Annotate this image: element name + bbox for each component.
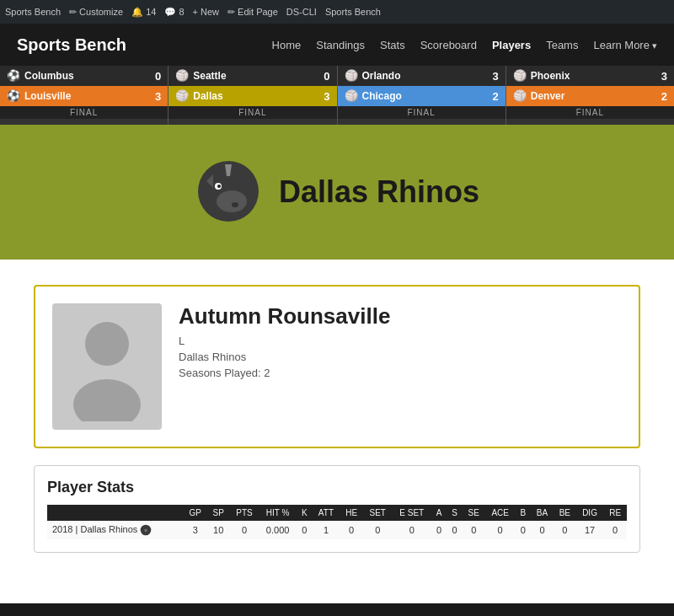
game-2-home-name: Dallas	[193, 90, 314, 102]
nav-scoreboard[interactable]: Scoreboard	[420, 39, 477, 51]
game-4-away-name: Phoenix	[531, 70, 652, 82]
stats-col-se: SE	[463, 505, 485, 521]
stats-col-re: RE	[603, 505, 627, 521]
stats-val-eset: 0	[393, 521, 431, 539]
stats-val-sp: 10	[207, 521, 230, 539]
player-card: Autumn Rounsaville L Dallas Rhinos Seaso…	[34, 285, 640, 448]
admin-ds-cli[interactable]: DS-CLI	[286, 7, 317, 17]
game-4-home-name: Denver	[531, 90, 652, 102]
denver-icon: 🏐	[513, 89, 527, 103]
game-2-away-name: Seattle	[193, 70, 314, 82]
admin-edit-page[interactable]: ✏ Edit Page	[227, 7, 278, 18]
stats-col-a: A	[431, 505, 447, 521]
nav-teams[interactable]: Teams	[546, 39, 578, 51]
game-4: 🏐 Phoenix 3 🏐 Denver 2 FINAL	[506, 66, 674, 125]
louisville-icon: ⚽	[7, 89, 20, 103]
stats-col-gp: GP	[184, 505, 207, 521]
player-seasons: Seasons Played: 2	[179, 367, 622, 379]
player-section: Autumn Rounsaville L Dallas Rhinos Seaso…	[0, 260, 674, 570]
game-1: ⚽ Columbus 0 ⚽ Louisville 3 FINAL	[0, 66, 168, 125]
chicago-icon: 🏐	[345, 89, 358, 103]
admin-updates[interactable]: 🔔 14	[131, 7, 156, 18]
stats-col-sp: SP	[207, 505, 230, 521]
admin-new[interactable]: + New	[193, 7, 220, 17]
game-2-home-score: 3	[315, 90, 330, 103]
orlando-icon: 🏐	[345, 69, 358, 83]
table-row: 2018 | Dallas Rhinos 3 10 0 0.000 0 1 0 …	[47, 521, 627, 539]
stats-val-att: 1	[312, 521, 340, 539]
stats-header-row: GP SP PTS HIT % K ATT HE SET E SET A S S…	[47, 505, 627, 521]
nav-standings[interactable]: Standings	[316, 39, 365, 51]
admin-sports-bench[interactable]: Sports Bench	[5, 7, 61, 17]
game-1-home-name: Louisville	[24, 90, 146, 102]
admin-bar: Sports Bench ✏ Customize 🔔 14 💬 8 + New …	[0, 0, 674, 24]
nav-learn-more[interactable]: Learn More	[593, 39, 649, 51]
stats-val-b: 0	[516, 521, 531, 539]
game-1-away-name: Columbus	[24, 70, 146, 82]
admin-comments[interactable]: 💬 8	[164, 7, 184, 18]
game-4-home-score: 2	[652, 90, 667, 103]
stats-val-set: 0	[363, 521, 393, 539]
game-1-home-row: ⚽ Louisville 3	[0, 86, 168, 106]
stats-val-hit: 0.000	[259, 521, 297, 539]
svg-point-5	[217, 185, 221, 188]
game-3-away-score: 3	[484, 70, 499, 83]
game-1-status: FINAL	[0, 106, 168, 119]
game-1-away-score: 0	[146, 70, 161, 83]
stats-col-b: B	[516, 505, 531, 521]
player-avatar	[52, 303, 162, 430]
game-1-away-row: ⚽ Columbus 0	[0, 66, 168, 86]
game-4-home-row: 🏐 Denver 2	[506, 86, 674, 106]
dallas-icon: 🏐	[175, 89, 189, 103]
stats-title: Player Stats	[47, 479, 627, 496]
stats-col-eset: E SET	[393, 505, 431, 521]
site-title: Sports Bench	[17, 35, 126, 55]
game-4-status: FINAL	[506, 106, 674, 119]
stats-col-k: K	[297, 505, 312, 521]
stats-val-se: 0	[463, 521, 485, 539]
game-3-away-row: 🏐 Orlando 3	[338, 66, 506, 86]
game-2: 🏐 Seattle 0 🏐 Dallas 3 FINAL	[168, 66, 337, 125]
game-3-home-name: Chicago	[362, 90, 484, 102]
stats-col-s: S	[447, 505, 462, 521]
stats-val-ace: 0	[485, 521, 516, 539]
game-4-away-score: 3	[652, 70, 667, 83]
stats-card: Player Stats GP SP PTS HIT % K ATT HE SE…	[34, 465, 640, 553]
game-2-away-score: 0	[315, 70, 330, 83]
stats-val-gp: 3	[184, 521, 207, 539]
player-position: L	[179, 335, 622, 347]
nav-stats[interactable]: Stats	[380, 39, 405, 51]
stats-val-k: 0	[297, 521, 312, 539]
svg-point-7	[85, 322, 129, 366]
game-2-status: FINAL	[168, 106, 336, 119]
stats-col-pts: PTS	[230, 505, 259, 521]
stats-val-a: 0	[431, 521, 447, 539]
stats-val-re: 0	[603, 521, 627, 539]
player-team: Dallas Rhinos	[179, 351, 622, 363]
stats-val-pts: 0	[230, 521, 259, 539]
stats-col-ace: ACE	[485, 505, 516, 521]
game-3-home-score: 2	[484, 90, 499, 103]
game-3: 🏐 Orlando 3 🏐 Chicago 2 FINAL	[338, 66, 506, 125]
svg-point-1	[217, 190, 247, 212]
svg-point-8	[73, 379, 141, 421]
nav-players[interactable]: Players	[492, 39, 531, 51]
stats-col-hit: HIT %	[259, 505, 297, 521]
nav-home[interactable]: Home	[272, 39, 302, 51]
stats-col-ba: BA	[531, 505, 554, 521]
team-banner-name: Dallas Rhinos	[279, 174, 479, 210]
stats-val-be: 0	[554, 521, 576, 539]
stats-val-he: 0	[340, 521, 363, 539]
admin-customize[interactable]: ✏ Customize	[69, 7, 123, 18]
svg-point-6	[232, 202, 238, 207]
stats-val-s: 0	[447, 521, 462, 539]
stats-col-set: SET	[363, 505, 393, 521]
player-name: Autumn Rounsaville	[179, 303, 622, 329]
game-2-away-row: 🏐 Seattle 0	[168, 66, 336, 86]
columbus-icon: ⚽	[7, 69, 20, 83]
admin-sports-bench2[interactable]: Sports Bench	[325, 7, 381, 17]
stats-col-be: BE	[554, 505, 576, 521]
game-3-home-row: 🏐 Chicago 2	[338, 86, 506, 106]
nav-links: Home Standings Stats Scoreboard Players …	[272, 39, 657, 51]
scoreboard-bar: ⚽ Columbus 0 ⚽ Louisville 3 FINAL 🏐 Seat…	[0, 66, 674, 125]
